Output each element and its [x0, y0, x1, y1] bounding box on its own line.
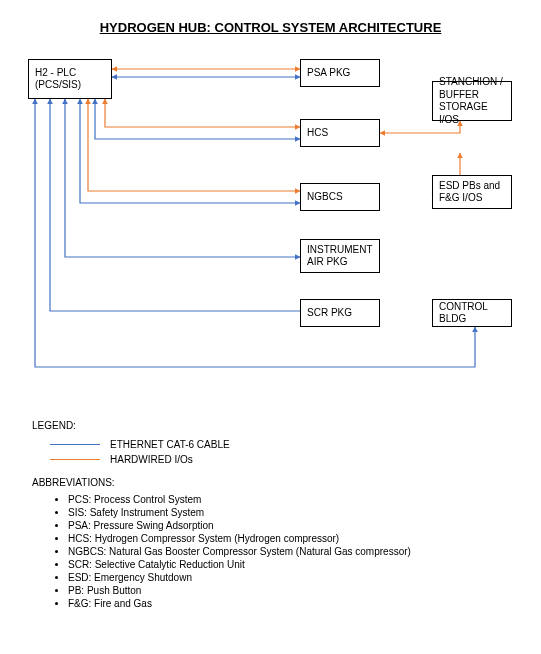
legend-label-ethernet: ETHERNET CAT-6 CABLE: [110, 439, 230, 450]
legend-swatch-orange: [50, 459, 100, 460]
abbr-item: PCS: Process Control System: [68, 494, 512, 505]
box-h2-plc-line1: H2 - PLC: [35, 67, 105, 80]
box-hcs: HCS: [300, 119, 380, 147]
legend-section: LEGEND: ETHERNET CAT-6 CABLE HARDWIRED I…: [32, 420, 512, 611]
abbr-item: PB: Push Button: [68, 585, 512, 596]
box-esd-label: ESD PBs and F&G I/OS: [439, 180, 505, 205]
box-esd: ESD PBs and F&G I/OS: [432, 175, 512, 209]
abbr-item: SIS: Safety Instrument System: [68, 507, 512, 518]
box-instrument-air: INSTRUMENT AIR PKG: [300, 239, 380, 273]
legend-item-ethernet: ETHERNET CAT-6 CABLE: [50, 439, 512, 450]
abbr-item: HCS: Hydrogen Compressor System (Hydroge…: [68, 533, 512, 544]
box-h2-plc: H2 - PLC (PCS/SIS): [28, 59, 112, 99]
box-control-bldg-label: CONTROL BLDG: [439, 301, 505, 326]
box-scr-label: SCR PKG: [307, 307, 373, 320]
abbr-item: PSA: Pressure Swing Adsorption: [68, 520, 512, 531]
box-h2-plc-line2: (PCS/SIS): [35, 79, 105, 92]
box-instrument-air-label: INSTRUMENT AIR PKG: [307, 244, 373, 269]
box-psa: PSA PKG: [300, 59, 380, 87]
page-title: HYDROGEN HUB: CONTROL SYSTEM ARCHITECTUR…: [0, 0, 541, 47]
box-control-bldg: CONTROL BLDG: [432, 299, 512, 327]
legend-item-hardwired: HARDWIRED I/Os: [50, 454, 512, 465]
abbr-item: F&G: Fire and Gas: [68, 598, 512, 609]
abbr-item: ESD: Emergency Shutdown: [68, 572, 512, 583]
box-ngbcs-label: NGBCS: [307, 191, 373, 204]
abbreviations-list: PCS: Process Control System SIS: Safety …: [32, 494, 512, 609]
diagram-canvas: H2 - PLC (PCS/SIS) PSA PKG HCS NGBCS INS…: [0, 47, 541, 407]
legend-label-hardwired: HARDWIRED I/Os: [110, 454, 193, 465]
box-ngbcs: NGBCS: [300, 183, 380, 211]
box-psa-label: PSA PKG: [307, 67, 373, 80]
box-scr: SCR PKG: [300, 299, 380, 327]
abbr-item: NGBCS: Natural Gas Booster Compressor Sy…: [68, 546, 512, 557]
box-hcs-label: HCS: [307, 127, 373, 140]
abbreviations-heading: ABBREVIATIONS:: [32, 477, 512, 488]
box-stanchion: STANCHION / BUFFER STORAGE I/OS: [432, 81, 512, 121]
legend-swatch-blue: [50, 444, 100, 445]
box-stanchion-label: STANCHION / BUFFER STORAGE I/OS: [439, 76, 505, 126]
abbr-item: SCR: Selective Catalytic Reduction Unit: [68, 559, 512, 570]
legend-heading: LEGEND:: [32, 420, 512, 431]
